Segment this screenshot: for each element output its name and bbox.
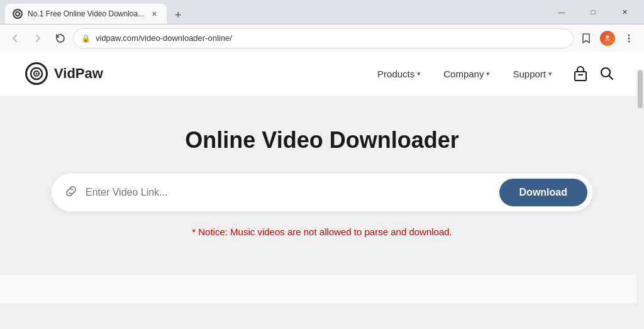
address-bar-row: 🔒 vidpaw.com/video-downloader-online/ (0, 24, 644, 52)
back-button[interactable] (5, 28, 25, 48)
hero-section: Online Video Downloader Download * Notic… (0, 96, 644, 275)
profile-avatar (600, 31, 615, 46)
svg-line-13 (609, 76, 613, 80)
browser-window: No.1 Free Online Video Downloa... ✕ + — … (0, 0, 644, 303)
tab-close-button[interactable]: ✕ (149, 9, 159, 19)
products-chevron-icon: ▾ (417, 70, 421, 78)
tab-favicon (13, 9, 23, 19)
nav-company-label: Company (443, 69, 484, 79)
svg-point-3 (606, 35, 609, 38)
title-bar: No.1 Free Online Video Downloa... ✕ + — … (0, 0, 644, 24)
video-url-input[interactable] (86, 187, 492, 198)
nav-icons (569, 62, 619, 86)
svg-point-1 (16, 13, 19, 15)
svg-rect-10 (575, 72, 586, 81)
download-button[interactable]: Download (499, 179, 587, 206)
nav-item-support[interactable]: Support ▾ (504, 64, 561, 84)
svg-point-5 (628, 37, 630, 39)
logo-area: VidPaw (25, 62, 103, 85)
company-chevron-icon: ▾ (486, 70, 490, 78)
nav-links: Products ▾ Company ▾ Support ▾ (369, 64, 561, 84)
toolbar-right (576, 28, 639, 48)
nav-item-company[interactable]: Company ▾ (435, 64, 499, 84)
lock-icon: 🔒 (81, 34, 91, 43)
tab-title: No.1 Free Online Video Downloa... (28, 9, 144, 18)
svg-point-6 (628, 40, 630, 42)
active-tab[interactable]: No.1 Free Online Video Downloa... ✕ (5, 4, 167, 24)
menu-button[interactable] (619, 28, 639, 48)
search-bar: Download (52, 174, 592, 211)
logo-icon (25, 62, 48, 85)
tab-area: No.1 Free Online Video Downloa... ✕ + (5, 0, 547, 24)
nav-item-products[interactable]: Products ▾ (369, 64, 430, 84)
address-bar[interactable]: 🔒 vidpaw.com/video-downloader-online/ (73, 28, 574, 48)
url-text: vidpaw.com/video-downloader-online/ (96, 33, 565, 43)
minimize-button[interactable]: — (547, 2, 576, 22)
store-icon-button[interactable] (569, 62, 592, 86)
maximize-button[interactable]: □ (579, 2, 608, 22)
nav-products-label: Products (377, 69, 414, 79)
nav-support-label: Support (513, 69, 546, 79)
forward-button[interactable] (28, 28, 48, 48)
close-button[interactable]: ✕ (610, 2, 639, 22)
svg-point-4 (628, 34, 630, 36)
link-icon (64, 184, 78, 201)
new-tab-button[interactable]: + (169, 6, 187, 24)
page-content: VidPaw Products ▾ Company ▾ Support ▾ (0, 52, 644, 303)
site-nav: VidPaw Products ▾ Company ▾ Support ▾ (0, 52, 644, 96)
svg-rect-11 (578, 74, 583, 75)
bookmark-button[interactable] (576, 28, 596, 48)
logo-text: VidPaw (54, 65, 103, 82)
search-icon-button[interactable] (595, 62, 619, 86)
profile-button[interactable] (597, 28, 618, 48)
window-controls: — □ ✕ (547, 2, 639, 22)
scrollbar-thumb[interactable] (638, 70, 643, 108)
notice-text: * Notice: Music videos are not allowed t… (192, 226, 452, 237)
svg-point-9 (36, 73, 38, 75)
refresh-button[interactable] (50, 28, 70, 48)
support-chevron-icon: ▾ (548, 70, 552, 78)
scrollbar[interactable] (636, 69, 644, 303)
hero-title: Online Video Downloader (185, 127, 458, 153)
